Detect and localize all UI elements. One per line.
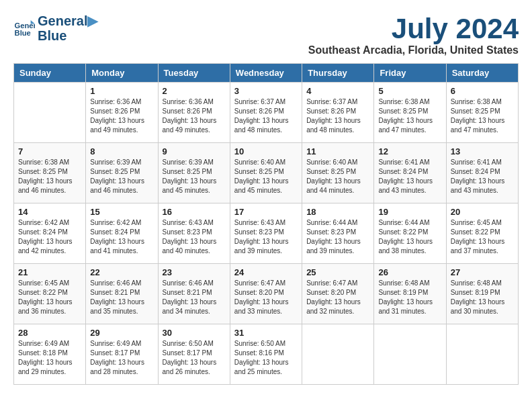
sunset-text: Sunset: 8:24 PM [451, 168, 500, 175]
sunrise-text: Sunrise: 6:46 AM [90, 279, 141, 287]
day-header-thursday: Thursday [302, 64, 374, 83]
sunset-text: Sunset: 8:22 PM [18, 289, 68, 296]
logo-name: General▶ Blue [38, 13, 97, 43]
day-cell: 1Sunrise: 6:36 AMSunset: 8:26 PMDaylight… [86, 83, 158, 143]
daylight-text-2: and 31 minutes. [378, 308, 426, 315]
day-cell: 8Sunrise: 6:39 AMSunset: 8:25 PMDaylight… [86, 143, 158, 203]
daylight-text: Daylight: 13 hours [306, 238, 361, 245]
daylight-text-2: and 42 minutes. [18, 247, 66, 255]
day-cell: 26Sunrise: 6:48 AMSunset: 8:19 PMDayligh… [374, 264, 446, 324]
sunrise-text: Sunrise: 6:36 AM [90, 98, 141, 105]
day-cell: 16Sunrise: 6:43 AMSunset: 8:23 PMDayligh… [158, 203, 230, 264]
sunset-text: Sunset: 8:26 PM [234, 107, 284, 115]
day-cell: 17Sunrise: 6:43 AMSunset: 8:23 PMDayligh… [230, 203, 302, 264]
daylight-text-2: and 46 minutes. [90, 187, 138, 194]
day-number: 26 [378, 267, 441, 277]
sunrise-text: Sunrise: 6:50 AM [234, 340, 285, 347]
day-number: 15 [90, 207, 153, 217]
daylight-text-2: and 48 minutes. [234, 126, 282, 134]
day-info: Sunrise: 6:50 AMSunset: 8:17 PMDaylight:… [163, 339, 226, 377]
daylight-text: Daylight: 13 hours [451, 117, 505, 124]
daylight-text-2: and 45 minutes. [163, 187, 210, 194]
day-info: Sunrise: 6:49 AMSunset: 8:18 PMDaylight:… [18, 339, 81, 377]
day-info: Sunrise: 6:42 AMSunset: 8:24 PMDaylight:… [18, 218, 81, 256]
day-number: 11 [306, 146, 369, 156]
day-info: Sunrise: 6:42 AMSunset: 8:24 PMDaylight:… [90, 218, 153, 256]
month-title: July 2024 [308, 13, 519, 44]
day-info: Sunrise: 6:43 AMSunset: 8:23 PMDaylight:… [234, 218, 298, 256]
day-header-sunday: Sunday [14, 64, 86, 83]
sunset-text: Sunset: 8:25 PM [18, 168, 68, 175]
day-cell: 28Sunrise: 6:49 AMSunset: 8:18 PMDayligh… [14, 324, 86, 385]
day-cell: 14Sunrise: 6:42 AMSunset: 8:24 PMDayligh… [14, 203, 86, 264]
daylight-text: Daylight: 13 hours [163, 359, 217, 366]
day-number: 31 [234, 328, 298, 338]
daylight-text: Daylight: 13 hours [90, 359, 144, 366]
logo: General Blue General▶ Blue [13, 13, 97, 43]
sunrise-text: Sunrise: 6:48 AM [451, 279, 502, 287]
daylight-text: Daylight: 13 hours [234, 177, 289, 185]
sunset-text: Sunset: 8:26 PM [163, 107, 212, 115]
daylight-text-2: and 46 minutes. [18, 187, 66, 194]
daylight-text-2: and 45 minutes. [234, 187, 282, 194]
day-cell: 4Sunrise: 6:37 AMSunset: 8:26 PMDaylight… [302, 83, 374, 143]
day-cell: 19Sunrise: 6:44 AMSunset: 8:22 PMDayligh… [374, 203, 446, 264]
sunset-text: Sunset: 8:24 PM [18, 228, 68, 236]
day-number: 20 [451, 207, 514, 217]
week-row-1: 1Sunrise: 6:36 AMSunset: 8:26 PMDaylight… [14, 83, 519, 143]
day-number: 29 [90, 328, 153, 338]
sunrise-text: Sunrise: 6:44 AM [378, 219, 429, 226]
day-number: 17 [234, 207, 298, 217]
daylight-text-2: and 30 minutes. [451, 308, 498, 315]
day-cell [374, 324, 446, 385]
sunrise-text: Sunrise: 6:37 AM [234, 98, 285, 105]
day-number: 9 [163, 146, 226, 156]
day-info: Sunrise: 6:40 AMSunset: 8:25 PMDaylight:… [306, 158, 369, 195]
day-number: 8 [90, 146, 153, 156]
day-number: 14 [18, 207, 81, 217]
day-info: Sunrise: 6:44 AMSunset: 8:22 PMDaylight:… [378, 218, 441, 256]
daylight-text-2: and 28 minutes. [90, 368, 138, 375]
sunrise-text: Sunrise: 6:43 AM [163, 219, 214, 226]
daylight-text: Daylight: 13 hours [378, 298, 433, 306]
sunrise-text: Sunrise: 6:50 AM [163, 340, 214, 347]
day-header-row: SundayMondayTuesdayWednesdayThursdayFrid… [14, 64, 519, 83]
day-info: Sunrise: 6:47 AMSunset: 8:20 PMDaylight:… [306, 279, 369, 316]
daylight-text: Daylight: 13 hours [163, 117, 217, 124]
day-cell [14, 83, 86, 143]
daylight-text: Daylight: 13 hours [90, 238, 144, 245]
day-header-monday: Monday [86, 64, 158, 83]
day-header-tuesday: Tuesday [158, 64, 230, 83]
day-info: Sunrise: 6:49 AMSunset: 8:17 PMDaylight:… [90, 339, 153, 377]
daylight-text: Daylight: 13 hours [163, 298, 217, 306]
day-number: 10 [234, 146, 298, 156]
daylight-text-2: and 48 minutes. [306, 126, 354, 134]
daylight-text: Daylight: 13 hours [378, 238, 433, 245]
sunset-text: Sunset: 8:25 PM [90, 168, 140, 175]
sunrise-text: Sunrise: 6:45 AM [451, 219, 502, 226]
daylight-text-2: and 32 minutes. [306, 308, 354, 315]
day-cell: 18Sunrise: 6:44 AMSunset: 8:23 PMDayligh… [302, 203, 374, 264]
day-cell: 10Sunrise: 6:40 AMSunset: 8:25 PMDayligh… [230, 143, 302, 203]
day-cell [302, 324, 374, 385]
daylight-text-2: and 39 minutes. [234, 247, 282, 255]
day-number: 19 [378, 207, 441, 217]
logo-text-block: General▶ Blue [38, 13, 97, 43]
day-number: 18 [306, 207, 369, 217]
week-row-4: 21Sunrise: 6:45 AMSunset: 8:22 PMDayligh… [14, 264, 519, 324]
sunset-text: Sunset: 8:26 PM [306, 107, 356, 115]
day-number: 23 [163, 267, 226, 277]
daylight-text-2: and 49 minutes. [163, 126, 210, 134]
daylight-text-2: and 34 minutes. [163, 308, 210, 315]
day-cell: 3Sunrise: 6:37 AMSunset: 8:26 PMDaylight… [230, 83, 302, 143]
day-info: Sunrise: 6:46 AMSunset: 8:21 PMDaylight:… [90, 279, 153, 316]
daylight-text-2: and 49 minutes. [90, 126, 138, 134]
sunrise-text: Sunrise: 6:38 AM [451, 98, 502, 105]
week-row-5: 28Sunrise: 6:49 AMSunset: 8:18 PMDayligh… [14, 324, 519, 385]
sunset-text: Sunset: 8:20 PM [234, 289, 284, 296]
day-info: Sunrise: 6:41 AMSunset: 8:24 PMDaylight:… [451, 158, 514, 195]
daylight-text: Daylight: 13 hours [18, 359, 73, 366]
day-cell: 13Sunrise: 6:41 AMSunset: 8:24 PMDayligh… [446, 143, 518, 203]
sunset-text: Sunset: 8:25 PM [306, 168, 356, 175]
sunrise-text: Sunrise: 6:41 AM [451, 158, 502, 166]
